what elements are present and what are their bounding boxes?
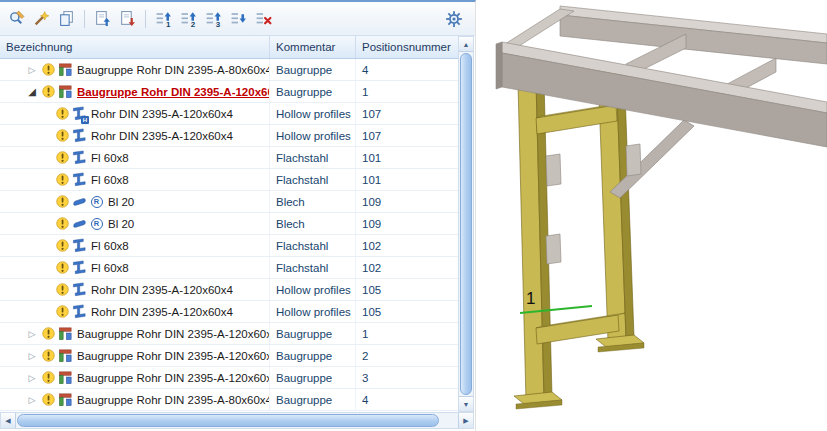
sort-descending-button[interactable] — [227, 7, 250, 30]
copy-list-button[interactable] — [91, 7, 114, 30]
expander-icon[interactable]: ◢ — [24, 86, 40, 97]
part-label: Baugruppe Rohr DIN 2395-A-120x60x4 — [77, 350, 270, 362]
column-header-positionsnummer[interactable]: Positionsnummer — [356, 36, 458, 58]
comment-cell: Blech — [270, 213, 356, 234]
expander-icon[interactable]: ▷ — [24, 329, 40, 339]
warning-icon — [54, 216, 71, 232]
part-label: Rohr DIN 2395-A-120x60x4 — [91, 108, 233, 120]
sort-level-3-button[interactable]: 3 — [202, 7, 225, 30]
position-number-cell: 4 — [356, 59, 458, 80]
warning-icon — [54, 282, 71, 298]
assembly-icon — [57, 84, 74, 100]
bezeichnung-cell: Fl 60x8 — [0, 169, 270, 190]
paste-list-button[interactable] — [116, 7, 139, 30]
svg-text:2: 2 — [191, 20, 196, 27]
table-row[interactable]: ▷Baugruppe Rohr DIN 2395-A-120x60x4Baugr… — [0, 367, 458, 389]
warning-icon — [40, 62, 57, 78]
table-row[interactable]: ◢Baugruppe Rohr DIN 2395-A-120x60x4Baugr… — [0, 81, 458, 103]
table-row[interactable]: Rohr DIN 2395-A-120x60x4Hollow profiles1… — [0, 279, 458, 301]
table-row[interactable]: ▷Baugruppe Rohr DIN 2395-A-80x60x4Baugru… — [0, 59, 458, 81]
warning-icon — [40, 392, 57, 408]
scroll-up-arrow-icon[interactable]: ▲ — [459, 37, 473, 52]
part-label: Rohr DIN 2395-A-120x60x4 — [91, 306, 233, 318]
part-label: Fl 60x8 — [91, 152, 129, 164]
indent-spacer — [0, 201, 54, 202]
comment-cell: Baugruppe — [270, 367, 356, 388]
column-header-bezeichnung[interactable]: Bezeichnung — [0, 36, 270, 58]
vertical-scrollbar[interactable]: ▲ ▼ — [458, 36, 474, 412]
settings-gear-button[interactable] — [442, 7, 466, 31]
bezeichnung-cell: HRohr DIN 2395-A-120x60x4 — [0, 103, 270, 124]
warning-icon — [40, 84, 57, 100]
table-row[interactable]: Fl 60x8Flachstahl101 — [0, 147, 458, 169]
table-header: Bezeichnung Kommentar Positionsnummer — [0, 36, 458, 59]
table-row[interactable]: ▷Baugruppe Rohr DIN 2395-A-120x60x4Baugr… — [0, 345, 458, 367]
comment-cell: Blech — [270, 191, 356, 212]
assembly-icon — [57, 348, 74, 364]
r-badge-icon: R — [88, 194, 105, 210]
table-row[interactable]: ▷Baugruppe Rohr DIN 2395-A-120x60x4Baugr… — [0, 323, 458, 345]
part-structure-panel: 123 Bezeichnung Kommentar Positionsnumme… — [0, 0, 476, 431]
table-row[interactable]: ▷Baugruppe Rohr DIN 2395-A-80x60x4Baugru… — [0, 389, 458, 411]
indent-spacer — [0, 113, 54, 114]
toolbar-buttons: 123 — [4, 7, 276, 30]
part-label: Bl 20 — [108, 218, 134, 230]
sort-level-1-button[interactable]: 1 — [152, 7, 175, 30]
expander-icon[interactable]: ▷ — [24, 65, 40, 75]
bezeichnung-cell: ▷Baugruppe Rohr DIN 2395-A-80x60x4 — [0, 59, 270, 80]
comment-cell: Hollow profiles — [270, 279, 356, 300]
expander-icon[interactable]: ▷ — [24, 351, 40, 361]
position-number-cell: 3 — [356, 367, 458, 388]
warning-icon — [54, 150, 71, 166]
indent-spacer — [0, 311, 54, 312]
scroll-down-arrow-icon[interactable]: ▼ — [459, 396, 473, 411]
bezeichnung-cell: ▷Baugruppe Rohr DIN 2395-A-120x60x4 — [0, 367, 270, 388]
indent-spacer — [0, 377, 24, 378]
part-label: Fl 60x8 — [91, 240, 129, 252]
scroll-right-arrow-icon[interactable]: ▶ — [458, 413, 473, 428]
back-beam — [560, 6, 827, 64]
table-row[interactable]: HRohr DIN 2395-A-120x60x4Hollow profiles… — [0, 103, 458, 125]
column-header-kommentar[interactable]: Kommentar — [270, 36, 356, 58]
bezeichnung-cell: Fl 60x8 — [0, 257, 270, 278]
beam-icon — [71, 128, 88, 144]
warning-icon — [54, 260, 71, 276]
expander-icon[interactable]: ▷ — [24, 395, 40, 405]
sort-level-2-button[interactable]: 2 — [177, 7, 200, 30]
table-row[interactable]: Rohr DIN 2395-A-120x60x4Hollow profiles1… — [0, 301, 458, 323]
copy-button[interactable] — [55, 7, 78, 30]
edit-search-button[interactable] — [5, 7, 28, 30]
bezeichnung-cell: Fl 60x8 — [0, 147, 270, 168]
horizontal-scrollbar[interactable]: ◀ ▶ — [0, 412, 474, 429]
table-row[interactable]: RBl 20Blech109 — [0, 191, 458, 213]
position-number-cell: 109 — [356, 213, 458, 234]
horizontal-scroll-thumb[interactable] — [17, 414, 439, 427]
part-label: Baugruppe Rohr DIN 2395-A-80x60x4 — [77, 64, 270, 76]
warning-icon — [40, 348, 57, 364]
table-row[interactable]: Fl 60x8Flachstahl102 — [0, 257, 458, 279]
bezeichnung-cell: Rohr DIN 2395-A-120x60x4 — [0, 301, 270, 322]
beam-h-icon: H — [71, 106, 88, 122]
indent-spacer — [0, 69, 24, 70]
warning-icon — [54, 106, 71, 122]
table-row[interactable]: Fl 60x8Flachstahl102 — [0, 235, 458, 257]
beam-icon — [71, 238, 88, 254]
sort-clear-button[interactable] — [252, 7, 275, 30]
expander-icon[interactable]: ▷ — [24, 373, 40, 383]
format-wand-button[interactable] — [30, 7, 53, 30]
table-row[interactable]: Rohr DIN 2395-A-120x60x4Hollow profiles1… — [0, 125, 458, 147]
warning-icon — [54, 304, 71, 320]
scroll-left-arrow-icon[interactable]: ◀ — [1, 413, 16, 428]
part-label: Baugruppe Rohr DIN 2395-A-120x60x4 — [77, 372, 270, 384]
beam-icon — [71, 282, 88, 298]
position-number-cell: 101 — [356, 169, 458, 190]
comment-cell: Baugruppe — [270, 81, 356, 102]
vertical-scroll-thumb[interactable] — [460, 53, 472, 395]
toolbar: 123 — [0, 2, 475, 36]
position-number-cell: 2 — [356, 345, 458, 366]
table-row[interactable]: RBl 20Blech109 — [0, 213, 458, 235]
warning-icon — [54, 238, 71, 254]
3d-viewport[interactable]: 1 — [476, 0, 827, 431]
table-row[interactable]: Fl 60x8Flachstahl101 — [0, 169, 458, 191]
warning-icon — [54, 194, 71, 210]
